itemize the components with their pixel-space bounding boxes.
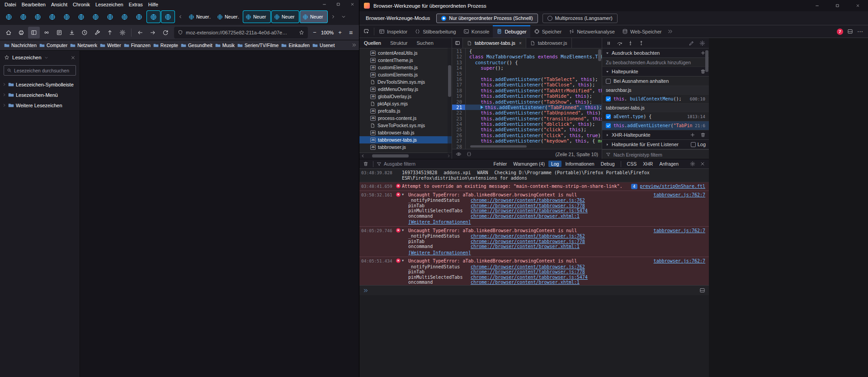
url-bar[interactable]: moz-extension://06725e82-211a-4e0d-a07e… xyxy=(174,27,308,38)
tab-favicon[interactable] xyxy=(74,10,88,23)
reading-list-button[interactable] xyxy=(53,27,65,38)
learn-more-link[interactable]: [Weitere Informationen] xyxy=(408,220,471,225)
stack-frame-location[interactable]: chrome://browser/content/tabbrowser.js:5… xyxy=(471,208,648,214)
sources-tab-quellen[interactable]: Quellen xyxy=(359,38,386,48)
source-file-item[interactable]: JStabbrowser.js xyxy=(359,143,452,151)
line-number[interactable]: 18 xyxy=(452,88,466,93)
tab-favicon-multiselected[interactable] xyxy=(146,10,160,23)
tool-tab-speicher[interactable]: Speicher xyxy=(530,25,565,38)
step-in-button[interactable] xyxy=(627,40,633,46)
breakpoint-item[interactable]: this.addEventListener("TabPinn…21:6 xyxy=(602,121,709,130)
source-file-item[interactable]: JScontentTheme.js xyxy=(359,57,452,64)
tab[interactable]: Neuer xyxy=(271,10,299,23)
line-number[interactable]: 25 xyxy=(452,127,466,132)
tab-active[interactable]: Neuer xyxy=(300,10,328,23)
checkbox-checked-icon[interactable] xyxy=(606,123,611,128)
sidebars-button[interactable] xyxy=(28,27,40,38)
sidebar-folder-item[interactable]: Weitere Lesezeichen xyxy=(0,100,80,110)
bookmark-item[interactable]: Netzwerk xyxy=(69,42,99,49)
event-log-toggle[interactable]: Log xyxy=(691,142,706,147)
code-line[interactable]: 13 constructor() { xyxy=(452,60,602,65)
line-number[interactable]: 19 xyxy=(452,93,466,99)
filter-xhr[interactable]: XHR xyxy=(640,161,656,167)
filter-css[interactable]: CSS xyxy=(624,161,640,167)
tab-favicon[interactable] xyxy=(31,10,45,23)
source-file-item[interactable]: SaveToPocket.sys.mjs xyxy=(359,122,452,129)
code-line[interactable]: 24 this.addEventListener("dblclick", thi… xyxy=(452,121,602,127)
line-number[interactable]: 16 xyxy=(452,76,466,82)
filter-informationen[interactable]: Informationen xyxy=(562,161,597,167)
collapse-sources-panel-button[interactable] xyxy=(452,38,463,48)
more-tools-button[interactable] xyxy=(91,27,103,38)
tool-tab-stilbearbeitung[interactable]: Stilbearbeitung xyxy=(411,25,459,38)
forward-button[interactable] xyxy=(147,27,159,38)
mode-option-1[interactable]: Nur übergeordneter Prozess (Schnell) xyxy=(436,14,538,23)
bookmark-item[interactable]: Usenet xyxy=(311,42,336,49)
sidebar-folder-item[interactable]: Lesezeichen-Menü xyxy=(0,90,80,100)
expand-twisty-icon[interactable]: ▼ xyxy=(402,228,406,233)
url-input[interactable]: moz-extension://06725e82-211a-4e0d-a07e… xyxy=(186,30,296,35)
tab-favicon[interactable] xyxy=(45,10,59,23)
checkbox-checked-icon[interactable] xyxy=(606,96,611,101)
learn-more-link[interactable]: [Weitere Informationen] xyxy=(408,250,471,256)
browser-close-button[interactable] xyxy=(345,0,359,9)
line-number[interactable]: 23 xyxy=(452,116,466,121)
node-picker-button[interactable] xyxy=(359,25,373,38)
code-line[interactable]: 18 this.addEventListener("TabAttrModifie… xyxy=(452,88,602,93)
reload-button[interactable] xyxy=(160,27,171,38)
tab-scroll-left-button[interactable] xyxy=(175,11,185,23)
source-file-item[interactable]: DevToolsShim.sys.mjs xyxy=(359,78,452,86)
code-line[interactable]: 22 this.addEventListener("TabUnpinned", … xyxy=(452,110,602,115)
scroll-left-button[interactable] xyxy=(359,154,366,158)
editor-tab[interactable]: tabbrowser.js xyxy=(526,38,572,48)
bookmark-item[interactable]: Einkaufen xyxy=(280,42,311,49)
code-line[interactable]: 27 this.addEventListener("keydown", this… xyxy=(452,138,602,143)
source-link[interactable]: tabbrowser.js:762:7 xyxy=(654,228,705,234)
menu-ansicht[interactable]: Ansicht xyxy=(48,2,70,7)
expand-twisty-icon[interactable]: ▼ xyxy=(402,192,406,197)
tab-favicon[interactable] xyxy=(89,10,103,23)
downloads-button[interactable] xyxy=(66,27,78,38)
filter-debug[interactable]: Debug xyxy=(598,161,618,167)
filter-log[interactable]: Log xyxy=(548,161,562,167)
source-editor[interactable]: 11{12class MozTabbrowserTabs extends Moz… xyxy=(452,48,602,149)
stack-frame-location[interactable]: chrome://browser/content/tabbrowser.js:7… xyxy=(471,234,648,239)
zoom-out-button[interactable]: − xyxy=(311,29,319,36)
sources-scrollbar[interactable] xyxy=(448,38,452,159)
pause-on-exceptions[interactable]: Bei Ausnahmen anhalten xyxy=(602,76,709,86)
bookmark-item[interactable]: Musik xyxy=(214,42,236,49)
bookmark-item[interactable]: Gesundheit xyxy=(179,42,214,49)
settings-button[interactable] xyxy=(117,27,128,38)
tab-scroll-right-button[interactable] xyxy=(328,11,338,23)
bookmarks-overflow-button[interactable] xyxy=(352,43,357,48)
mode-option-2[interactable]: Multiprozess (Langsamer) xyxy=(542,14,618,23)
tab[interactable]: Neuer xyxy=(243,10,271,23)
line-number[interactable]: 22 xyxy=(452,110,466,115)
tab-favicon[interactable] xyxy=(2,10,16,23)
line-number[interactable]: 12 xyxy=(452,54,466,59)
pretty-print-button[interactable] xyxy=(689,40,694,46)
menu-extras[interactable]: Extras xyxy=(126,2,146,7)
dock-options-icon[interactable] xyxy=(847,29,853,34)
sidebar-close-button[interactable] xyxy=(71,55,75,60)
stack-frame-location[interactable]: chrome://browser/content/browser.xhtml:1 xyxy=(471,214,648,219)
browser-minimize-button[interactable] xyxy=(317,0,331,9)
stack-frame-location[interactable]: chrome://browser/content/browser.xhtml:1 xyxy=(471,280,648,285)
blackbox-source-icon[interactable] xyxy=(456,151,462,157)
line-number[interactable]: 20 xyxy=(452,99,466,105)
step-over-button[interactable] xyxy=(617,40,623,46)
line-number[interactable]: 13 xyxy=(452,60,466,65)
history-button[interactable] xyxy=(79,27,90,38)
source-file-item[interactable]: JSeditMenuOverlay.js xyxy=(359,86,452,93)
source-file-item[interactable]: JSprefcalls.js xyxy=(359,107,452,115)
expand-twisty-icon[interactable]: ▼ xyxy=(402,258,406,263)
menu-lesezeichen[interactable]: Lesezeichen xyxy=(93,2,126,7)
debugger-settings-button[interactable] xyxy=(699,40,705,46)
code-line[interactable]: 12class MozTabbrowserTabs extends MozEle… xyxy=(452,54,602,59)
bookmark-item[interactable]: Wetter xyxy=(99,42,123,49)
checkbox-unchecked-icon[interactable] xyxy=(606,79,611,84)
send-tab-button[interactable] xyxy=(104,27,116,38)
sidebar-search-input[interactable]: Lesezeichen durchsuchen xyxy=(4,65,76,76)
code-line[interactable]: 16 this.addEventListener("TabSelect", th… xyxy=(452,76,602,82)
sources-tab-struktur[interactable]: Struktur xyxy=(386,38,412,48)
